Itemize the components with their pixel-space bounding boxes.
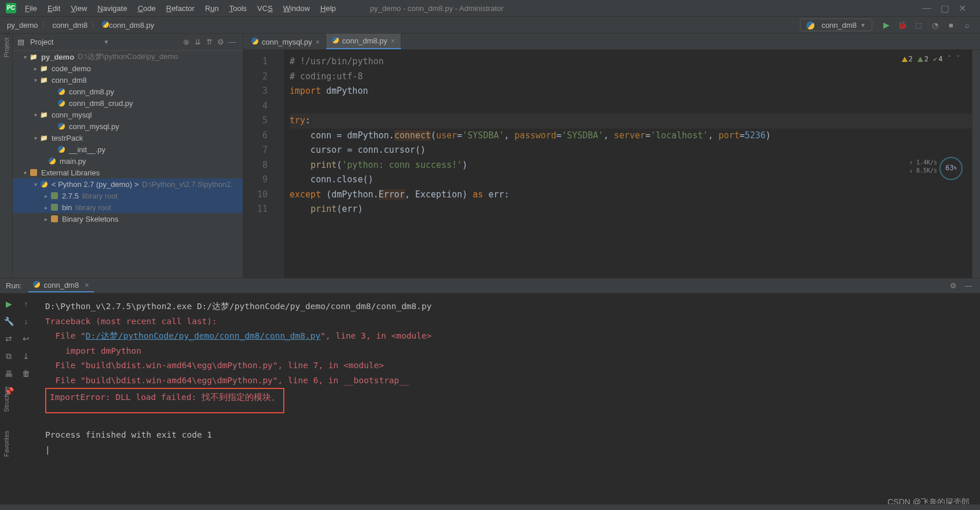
- soft-wrap-icon[interactable]: ↩: [23, 334, 30, 343]
- menu-window[interactable]: Window: [278, 1, 315, 16]
- minimize-icon[interactable]: —: [922, 3, 931, 14]
- folder-icon: [29, 52, 38, 61]
- chevron-down-icon[interactable]: ˇ: [956, 52, 960, 67]
- menu-code[interactable]: Code: [133, 1, 161, 16]
- expand-all-icon[interactable]: ⇊: [192, 38, 203, 46]
- inspection-indicators[interactable]: 2 2 ✔4 ˆ ˇ: [902, 52, 960, 67]
- left-bottom-stripe: Structure Favorites: [0, 383, 13, 498]
- tool-tab-project[interactable]: Project: [3, 34, 10, 61]
- up-icon[interactable]: ↑: [24, 299, 28, 309]
- weak-warning-indicator[interactable]: 2: [917, 52, 928, 67]
- menu-navigate[interactable]: Navigate: [92, 1, 132, 16]
- chevron-down-icon[interactable]: ▼: [104, 39, 109, 45]
- tree-row: main.py: [13, 155, 243, 167]
- hide-icon[interactable]: —: [226, 38, 238, 46]
- run-tab[interactable]: conn_dm8×: [28, 279, 93, 292]
- python-icon: [251, 38, 258, 46]
- run-header: Run: conn_dm8× ⚙ —: [0, 278, 980, 293]
- folder-icon: [39, 133, 49, 142]
- close-tab-icon[interactable]: ×: [85, 281, 89, 289]
- gear-icon[interactable]: ⚙: [948, 281, 959, 290]
- window-title: py_demo - conn_dm8.py - Administrator: [341, 4, 922, 13]
- menu-view[interactable]: View: [65, 1, 92, 16]
- breadcrumb-file[interactable]: conn_dm8.py: [100, 21, 156, 30]
- tree-row-python-sdk: < Python 2.7 (py_demo) >D:\Python_v\2.7.…: [13, 178, 243, 190]
- python-icon: [33, 281, 40, 289]
- locate-icon[interactable]: ⊕: [180, 38, 192, 46]
- coverage-button[interactable]: ⬚: [912, 19, 925, 31]
- file-link[interactable]: D:/达梦/pythonCode/py_demo/conn_dm8/conn_d…: [86, 331, 320, 340]
- hide-icon[interactable]: —: [963, 281, 974, 290]
- ok-indicator[interactable]: ✔4: [933, 52, 942, 67]
- network-speed: ↑ 1.4K/s ↓ 8.5K/s: [909, 159, 937, 175]
- tab-conn-mysql[interactable]: conn_mysql.py×: [246, 35, 326, 49]
- menu-refactor[interactable]: Refactor: [161, 1, 200, 16]
- collapse-all-icon[interactable]: ⇈: [203, 38, 215, 46]
- folder-icon: [39, 110, 49, 119]
- run-config-selector[interactable]: conn_dm8 ▼: [800, 19, 872, 31]
- tree-row: __init__.py: [13, 144, 243, 155]
- tool-tab-favorites[interactable]: Favorites: [3, 427, 10, 460]
- menu-tools[interactable]: Tools: [224, 1, 252, 16]
- python-icon: [47, 156, 57, 166]
- package-icon: [50, 203, 59, 212]
- layout-icon[interactable]: ⇄: [5, 334, 12, 343]
- library-icon: [50, 214, 59, 223]
- navigation-bar: py_demo 〉 conn_dm8 〉 conn_dm8.py conn_dm…: [0, 16, 980, 34]
- menu-vcs[interactable]: VCS: [252, 1, 278, 16]
- tree-row: code_demo: [13, 63, 243, 74]
- performance-badge[interactable]: 63%: [939, 157, 963, 180]
- editor-tabs: conn_mysql.py× conn_dm8.py×: [243, 34, 980, 50]
- tab-conn-dm8[interactable]: conn_dm8.py×: [326, 34, 401, 49]
- tree-row: conn_mysql: [13, 109, 243, 120]
- console-line: Traceback (most recent call last):: [45, 314, 980, 329]
- menu-help[interactable]: Help: [315, 1, 341, 16]
- error-highlight-box: ImportError: DLL load failed: 找不到指定的模块。: [45, 388, 284, 413]
- rerun-button[interactable]: ▶: [6, 299, 12, 309]
- tool-tab-structure[interactable]: Structure: [3, 383, 10, 416]
- tree-row: conn_dm8: [13, 74, 243, 86]
- console-output[interactable]: D:\Python_v\2.7.5\python2.exe D:/达梦/pyth…: [35, 293, 980, 509]
- wrench-icon[interactable]: 🔧: [4, 317, 14, 326]
- tree-row: conn_dm8_crud.py: [13, 97, 243, 109]
- folder-icon: [39, 75, 49, 85]
- chevron-down-icon: ▼: [860, 22, 866, 28]
- menu-file[interactable]: File: [20, 1, 42, 16]
- scroll-to-end-icon[interactable]: ⤓: [23, 351, 30, 361]
- run-label: Run:: [6, 281, 21, 290]
- python-icon: [39, 179, 49, 189]
- run-button[interactable]: ▶: [880, 19, 893, 31]
- gear-icon[interactable]: ⚙: [215, 38, 226, 46]
- console-line: File "build\bdist.win-amd64\egg\dmPython…: [45, 358, 980, 373]
- stop-button[interactable]: ■: [945, 19, 957, 31]
- debug-button[interactable]: 🐞: [896, 19, 909, 31]
- tree-row: 2.7.5library root: [13, 190, 243, 201]
- maximize-icon[interactable]: ▢: [941, 3, 949, 14]
- trash-icon[interactable]: 🗑: [22, 369, 30, 378]
- print-icon[interactable]: 🖶: [5, 369, 13, 379]
- warning-indicator[interactable]: 2: [902, 52, 913, 67]
- breadcrumb-sep: 〉: [40, 20, 50, 30]
- close-tab-icon[interactable]: ×: [316, 38, 320, 46]
- console-line: import dmPython: [45, 344, 980, 359]
- console-line: Process finished with exit code 1: [45, 428, 980, 443]
- breadcrumb-root[interactable]: py_demo: [5, 21, 40, 30]
- filter-icon[interactable]: ⧉: [6, 351, 12, 361]
- ide-icon: PC: [6, 3, 16, 13]
- breadcrumb-sep: 〉: [90, 20, 100, 30]
- profile-button[interactable]: ◔: [928, 19, 941, 31]
- down-icon[interactable]: ↓: [24, 317, 28, 326]
- close-tab-icon[interactable]: ×: [391, 37, 395, 45]
- tree-row: testrPack: [13, 132, 243, 144]
- python-icon: [806, 20, 818, 30]
- tree-row-external-libs: External Libraries: [13, 167, 243, 178]
- menu-run[interactable]: Run: [200, 1, 224, 16]
- breadcrumb-folder[interactable]: conn_dm8: [50, 21, 90, 30]
- tree-row-project-root: py_demoD:\达梦\pythonCode\py_demo: [13, 51, 243, 63]
- menu-edit[interactable]: Edit: [42, 1, 65, 16]
- chevron-up-icon[interactable]: ˆ: [948, 52, 952, 67]
- search-everywhere-button[interactable]: ⌕: [961, 19, 974, 31]
- close-icon[interactable]: ✕: [959, 3, 966, 14]
- menubar: PC File Edit View Navigate Code Refactor…: [0, 0, 980, 16]
- project-icon: ▤: [17, 38, 27, 47]
